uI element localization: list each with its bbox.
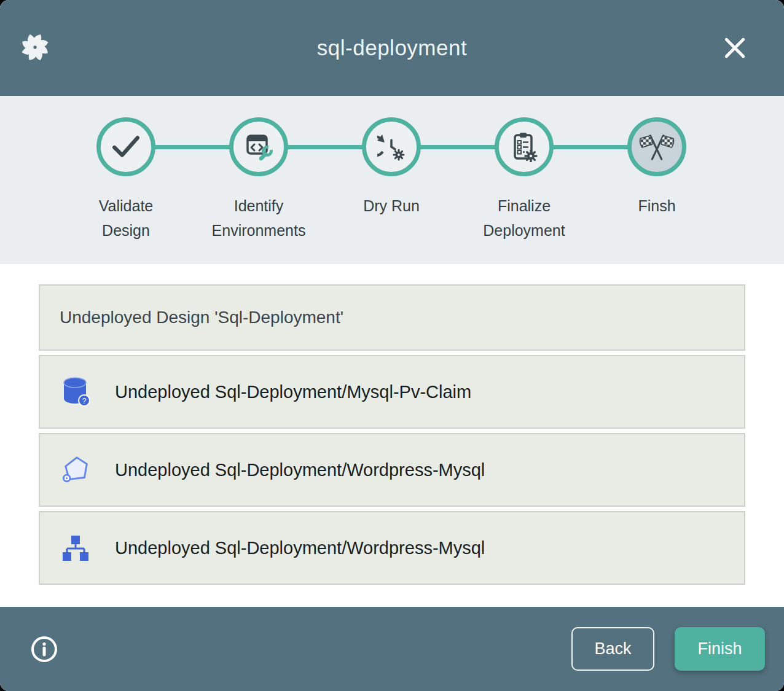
info-button[interactable] (29, 634, 59, 664)
summary-text: Undeployed Design 'Sql-Deployment' (60, 308, 343, 327)
step-circle-finish (627, 117, 686, 176)
step-circle-identify-environments (229, 117, 288, 176)
result-row-wordpress-mysql-shape: Undeployed Sql-Deployment/Wordpress-Mysq… (39, 433, 745, 507)
hierarchy-icon (61, 532, 92, 564)
code-window-wrench-icon (244, 132, 273, 162)
dialog-header: sql-deployment (0, 0, 784, 96)
result-row-mysql-pv-claim: ? Undeployed Sql-Deployment/Mysql-Pv-Cla… (39, 355, 745, 429)
step-identify-environments: Identify Environments (192, 96, 325, 243)
result-text: Undeployed Sql-Deployment/Mysql-Pv-Claim (115, 382, 471, 402)
deployment-wizard-dialog: sql-deployment (0, 0, 784, 691)
dry-run-gear-icon (377, 133, 406, 161)
step-label: Finalize Deployment (483, 193, 565, 243)
summary-row: Undeployed Design 'Sql-Deployment' (39, 284, 745, 351)
clipboard-gear-icon (511, 131, 538, 162)
meshery-logo-icon (20, 32, 50, 63)
step-finish: Finsh (590, 96, 723, 243)
step-label: Validate Design (99, 193, 154, 243)
svg-text:?: ? (82, 397, 87, 405)
checkered-flags-icon (638, 131, 676, 162)
step-dry-run: Dry Run (325, 96, 458, 243)
database-icon: ? (61, 376, 92, 408)
back-button[interactable]: Back (571, 627, 654, 671)
result-text: Undeployed Sql-Deployment/Wordpress-Mysq… (115, 460, 485, 480)
step-circle-finalize-deployment (495, 117, 554, 176)
dialog-title: sql-deployment (0, 36, 784, 60)
finish-button[interactable]: Finish (675, 627, 765, 671)
wizard-stepper: Validate Design (0, 96, 784, 264)
check-icon (111, 135, 141, 158)
info-icon (30, 635, 58, 663)
step-label: Finsh (638, 193, 675, 218)
step-validate-design: Validate Design (60, 96, 192, 243)
step-label: Identify Environments (212, 193, 306, 243)
result-row-wordpress-mysql-hierarchy: Undeployed Sql-Deployment/Wordpress-Mysq… (39, 511, 745, 585)
deployment-results-panel: Undeployed Design 'Sql-Deployment' ? Und… (0, 264, 784, 607)
close-button[interactable] (721, 34, 748, 61)
close-icon (723, 36, 747, 60)
step-circle-dry-run (362, 117, 421, 176)
step-label: Dry Run (363, 193, 420, 218)
shape-icon (61, 454, 92, 486)
result-text: Undeployed Sql-Deployment/Wordpress-Mysq… (115, 538, 485, 558)
step-finalize-deployment: Finalize Deployment (458, 96, 590, 243)
dialog-footer: Back Finish (0, 607, 784, 691)
step-circle-validate-design (96, 117, 155, 176)
